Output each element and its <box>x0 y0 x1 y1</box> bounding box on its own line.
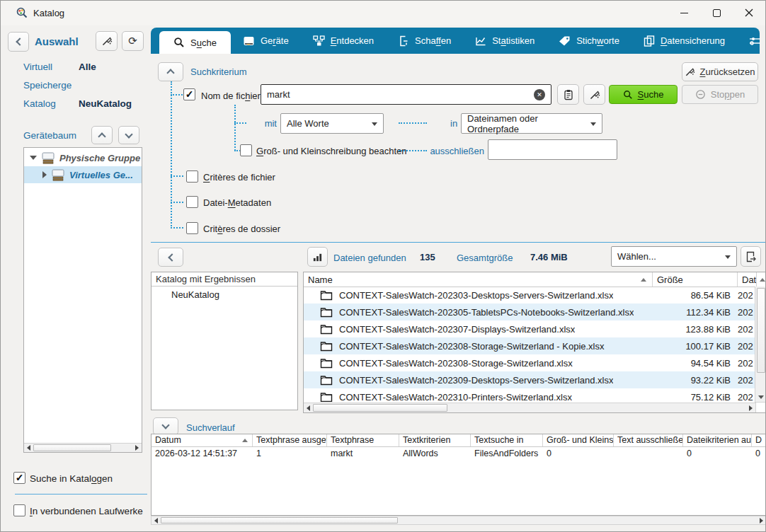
column-header-name[interactable]: Name <box>304 272 653 287</box>
tab-einstellungen[interactable]: Einstellungen <box>737 28 766 54</box>
storage-label: Speicherge <box>23 80 72 91</box>
clear-input-icon[interactable]: ✕ <box>534 89 545 100</box>
history-column-header[interactable]: Textsuche in <box>471 434 543 446</box>
case-sensitive-checkbox[interactable] <box>240 144 252 156</box>
scroll-down-icon[interactable] <box>755 392 766 402</box>
file-table-vertical-scrollbar[interactable] <box>755 287 766 403</box>
scrollbar-thumb[interactable] <box>757 288 765 373</box>
clear-criteria-button[interactable] <box>583 84 605 105</box>
tab-datensicherung[interactable]: Datensicherung <box>631 28 737 54</box>
tree-horizontal-scrollbar[interactable] <box>24 443 142 452</box>
device-tree: Physische Gruppe Virtuelles Ge... <box>23 147 142 453</box>
table-row[interactable]: CONTEXT-SalesWatch-202307-Displays-Switz… <box>304 320 755 337</box>
history-column-header[interactable]: Textkriterien <box>399 434 471 446</box>
catalog-list-item[interactable]: NeuKatalog <box>152 287 297 300</box>
tab-entdecken[interactable]: Entdecken <box>301 28 386 54</box>
maximize-button[interactable] <box>700 1 733 25</box>
paste-button[interactable] <box>557 84 579 105</box>
stop-button[interactable]: Stoppen <box>682 85 758 104</box>
tab-statistiken[interactable]: Statistiken <box>463 28 547 54</box>
with-label: mit <box>250 118 277 129</box>
filename-input[interactable]: markt ✕ <box>261 84 551 105</box>
tab-suche[interactable]: Suche <box>159 31 231 54</box>
file-table-body: CONTEXT-SalesWatch-202303-Desktops-Serve… <box>304 287 755 402</box>
search-button[interactable]: Suche <box>609 85 678 104</box>
exclude-input[interactable] <box>488 139 617 160</box>
reset-label: Zurücksetzen <box>699 66 755 77</box>
file-icon <box>320 324 333 335</box>
line-chart-icon <box>475 35 486 47</box>
sidebar-clear-button[interactable] <box>96 31 118 51</box>
scroll-right-icon[interactable] <box>746 403 755 412</box>
catalog-results-panel: Katalog mit Ergebnissen NeuKatalog <box>151 272 298 410</box>
history-column-header[interactable]: Datum <box>152 434 253 446</box>
tab-stichworte[interactable]: Stichworte <box>547 28 631 54</box>
tree-item-physical-group[interactable]: Physische Gruppe <box>24 149 142 166</box>
history-cell: 1 <box>253 447 327 458</box>
scroll-up-icon[interactable] <box>756 272 766 287</box>
tree-item-label: Virtuelles Ge... <box>69 170 133 180</box>
metadata-label: Datei-Metadaten <box>203 197 271 208</box>
file-criteria-checkbox[interactable] <box>186 170 198 183</box>
scrollbar-thumb[interactable] <box>313 404 447 411</box>
column-header-size[interactable]: Größe <box>653 272 738 287</box>
filename-checkbox[interactable] <box>183 88 195 100</box>
metadata-checkbox[interactable] <box>186 196 198 208</box>
table-row[interactable]: CONTEXT-SalesWatch-202310-Printers-Switz… <box>304 388 755 402</box>
history-collapse-button[interactable] <box>153 417 178 435</box>
history-column-header[interactable]: D <box>752 434 766 446</box>
statistics-toggle-button[interactable] <box>307 247 328 267</box>
table-row[interactable]: CONTEXT-SalesWatch-202308-Storage-Switze… <box>304 337 755 354</box>
export-button[interactable] <box>741 246 761 267</box>
sidebar-refresh-button[interactable]: ⟳ <box>122 31 144 51</box>
copy-pages-icon <box>644 35 655 47</box>
file-table-horizontal-scrollbar[interactable] <box>304 403 756 412</box>
chevron-left-icon <box>168 253 176 261</box>
scrollbar-thumb[interactable] <box>161 517 398 524</box>
tree-connector-line <box>234 105 236 151</box>
criteria-collapse-button[interactable] <box>158 62 183 81</box>
tree-collapse-button[interactable] <box>91 126 113 144</box>
scroll-left-icon[interactable] <box>152 516 161 524</box>
minimize-button[interactable] <box>668 1 700 25</box>
search-scope-select[interactable]: Dateinamen oder Ordnerpfade <box>461 113 602 134</box>
history-column-header[interactable]: Text ausschließen <box>614 434 683 446</box>
sidebar-back-button[interactable] <box>8 32 29 52</box>
window-title: Katalog <box>33 8 64 18</box>
export-icon <box>745 251 757 262</box>
search-in-catalogs-checkbox[interactable] <box>13 472 25 484</box>
history-column-header[interactable]: Textphrase <box>327 434 399 446</box>
catalog-results-header[interactable]: Katalog mit Ergebnissen <box>152 272 297 287</box>
choose-select[interactable]: Wählen... <box>611 246 737 267</box>
history-table-row[interactable]: 2026-03-12 14:51:37 1 markt AllWords Fil… <box>151 447 766 516</box>
selection-title: Auswahl <box>35 35 79 47</box>
history-column-header[interactable]: Textphrase ausgew <box>253 434 327 446</box>
history-column-header[interactable]: Dateikriterien ausg <box>683 434 752 446</box>
filename-label: Nom de fichier <box>201 91 261 101</box>
tab-schaffen[interactable]: Schaffen <box>386 28 463 54</box>
search-in-drives-checkbox[interactable] <box>13 504 25 516</box>
folder-criteria-checkbox[interactable] <box>186 222 198 234</box>
tab-geraete[interactable]: Geräte <box>231 28 301 54</box>
scroll-right-icon[interactable] <box>757 516 766 524</box>
tree-expander-open-icon[interactable] <box>30 156 37 160</box>
broom-icon <box>589 89 600 100</box>
scroll-right-icon[interactable] <box>132 444 142 452</box>
table-row[interactable]: CONTEXT-SalesWatch-202303-Desktops-Serve… <box>304 287 755 303</box>
table-row[interactable]: CONTEXT-SalesWatch-202308-Storage-Switze… <box>304 354 755 371</box>
scrollbar-thumb[interactable] <box>33 444 111 451</box>
column-header-date[interactable]: Datum <box>738 272 756 287</box>
word-mode-select[interactable]: Alle Worte <box>280 113 384 134</box>
results-back-button[interactable] <box>158 248 183 267</box>
scroll-left-icon[interactable] <box>24 444 33 452</box>
reset-button[interactable]: Zurücksetzen <box>682 62 758 81</box>
history-column-header[interactable]: Groß- und Kleinsc <box>543 434 614 446</box>
tree-expander-closed-icon[interactable] <box>42 171 47 178</box>
history-horizontal-scrollbar[interactable] <box>151 516 766 525</box>
table-row[interactable]: CONTEXT-SalesWatch-202305-TabletsPCs-Not… <box>304 303 755 320</box>
table-row[interactable]: CONTEXT-SalesWatch-202309-Desktops-Serve… <box>304 371 755 388</box>
tree-expand-button[interactable] <box>118 126 139 144</box>
tree-item-virtual-device[interactable]: Virtuelles Ge... <box>24 166 142 183</box>
scroll-left-icon[interactable] <box>304 403 313 412</box>
close-button[interactable] <box>733 1 765 25</box>
